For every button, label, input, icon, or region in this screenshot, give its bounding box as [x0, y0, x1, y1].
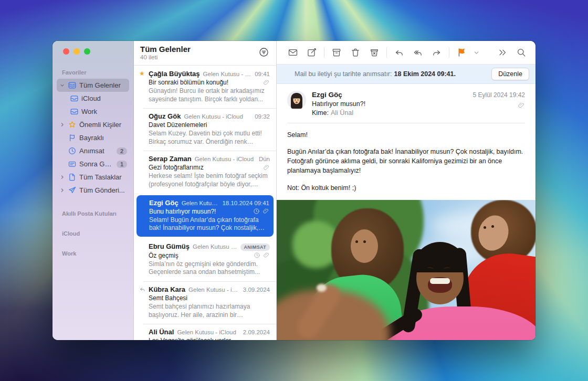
- message-body: Selam! Bugün Anılar’da çıkan fotoğrafa b…: [277, 123, 536, 200]
- sender: Çağla Büyüktaş: [149, 70, 200, 78]
- vip-star-icon: ★: [139, 70, 147, 103]
- chevron-down-icon[interactable]: [59, 83, 65, 88]
- message-list: Tüm Gelenler 40 ileti ★ Çağla BüyüktaşGe…: [134, 41, 277, 340]
- sidebar-item-label: Work: [81, 108, 127, 115]
- delete-button[interactable]: [346, 45, 364, 60]
- sidebar-item-label: Önemli Kişiler: [79, 121, 127, 129]
- reminder-banner: Mail bu iletiyi şu tarihte anımsatır: 18…: [277, 65, 536, 84]
- message-row[interactable]: Serap ZamanGelen Kutusu - iCloudDün Gezi…: [134, 151, 276, 193]
- message-count: 40 ileti: [140, 54, 257, 60]
- sender-avatar[interactable]: [287, 91, 306, 110]
- sidebar-item-remind-me[interactable]: Anımsat 2: [57, 144, 129, 157]
- smart-mailboxes-section-header[interactable]: Akıllı Posta Kutuları: [52, 210, 133, 217]
- message-subject: Hatırlıyor musun?!: [312, 100, 467, 108]
- send-later-icon: [68, 160, 77, 168]
- chevron-right-icon[interactable]: [59, 175, 65, 179]
- body-paragraph: Selam!: [287, 130, 525, 140]
- more-toolbar-items-button[interactable]: [494, 45, 511, 60]
- time: Dün: [259, 156, 270, 162]
- reminder-date: 18 Ekim 2024 09:41.: [394, 70, 456, 78]
- flag-button[interactable]: [453, 45, 470, 60]
- paperclip-icon: [263, 252, 270, 259]
- filter-button[interactable]: [257, 47, 270, 59]
- time: 18.10.2024 09:41: [222, 200, 269, 206]
- get-mail-button[interactable]: [284, 45, 302, 60]
- edit-reminder-button[interactable]: Düzenle: [491, 68, 529, 80]
- sidebar-item-all-inboxes[interactable]: Tüm Gelenler: [57, 79, 129, 92]
- search-button[interactable]: [512, 45, 530, 60]
- double-chevron-right-icon: [497, 47, 508, 58]
- mailbox-label: Gelen Kutusu - iCloud: [195, 156, 256, 162]
- archive-button[interactable]: [328, 45, 345, 60]
- flag-menu-button[interactable]: [471, 45, 481, 60]
- unread-badge: 2: [117, 147, 127, 155]
- trash-icon: [350, 47, 361, 58]
- sidebar-item-label: Sonra Gön...: [79, 160, 114, 168]
- sidebar-item-label: Tüm Taslaklar: [79, 173, 127, 181]
- message-row-selected[interactable]: Ezgi GöçGelen Kutusu...18.10.2024 09:41 …: [136, 195, 274, 237]
- chevron-right-icon[interactable]: [59, 122, 65, 127]
- reply-all-button[interactable]: [409, 45, 427, 60]
- recipient-line: Kime:Ali Ünal: [312, 109, 467, 117]
- attachment-indicator: [473, 102, 525, 109]
- inbox-tray-icon: [70, 107, 79, 116]
- paperplane-icon: [68, 186, 77, 195]
- subject: Öz geçmiş: [149, 252, 251, 259]
- sidebar-item-work-inbox[interactable]: Work: [57, 105, 129, 118]
- compose-button[interactable]: [303, 45, 321, 60]
- message-row[interactable]: Ebru GümüşGelen Kutusu - iCl...ANIMSAT Ö…: [134, 238, 276, 281]
- desktop-wallpaper: Favoriler Tüm Gelenler iCloud Work: [0, 0, 588, 381]
- flag-icon: [456, 47, 467, 58]
- junk-button[interactable]: [365, 45, 383, 60]
- reply-button[interactable]: [390, 45, 408, 60]
- close-button[interactable]: [63, 48, 69, 55]
- message-row[interactable]: Ali ÜnalGelen Kutusu - iCloud2.09.2024 L…: [134, 324, 276, 340]
- sidebar-item-all-sent[interactable]: Tüm Gönderi...: [57, 184, 129, 197]
- mailbox-label: Gelen Kutusu...: [182, 200, 219, 206]
- subject: Las Vegas'ta görülecek yerler: [149, 337, 270, 340]
- mailbox-label: Gelen Kutusu - iCl...: [203, 71, 252, 77]
- filter-icon: [258, 47, 269, 58]
- preview: Semt bahçesi planımızı hazırlamaya başlı…: [149, 303, 270, 319]
- subject: Semt Bahçesi: [149, 294, 270, 302]
- replied-arrow-icon: [139, 285, 147, 319]
- sender: Ebru Gümüş: [149, 242, 190, 250]
- paperclip-icon: [518, 102, 525, 109]
- message-header: Ezgi Göç Hatırlıyor musun?! Kime:Ali Üna…: [277, 84, 536, 117]
- memoji-avatar-image: [287, 91, 306, 110]
- zoom-button[interactable]: [84, 48, 90, 55]
- paperclip-icon: [263, 79, 270, 86]
- sidebar-item-send-later[interactable]: Sonra Gön... 1: [57, 157, 129, 171]
- sidebar-item-label: Anımsat: [79, 147, 114, 155]
- message-row[interactable]: ★ Çağla BüyüktaşGelen Kutusu - iCl...09:…: [134, 66, 276, 108]
- to-label: Kime:: [312, 109, 329, 117]
- reply-icon: [394, 47, 404, 58]
- forward-button[interactable]: [428, 45, 446, 60]
- message-row[interactable]: Oğuz GökGelen Kutusu - iCloud09:32 Davet…: [134, 108, 276, 151]
- sidebar-item-flagged[interactable]: Bayraklı: [57, 131, 129, 144]
- mail-window: Favoriler Tüm Gelenler iCloud Work: [52, 41, 536, 340]
- message-row[interactable]: Kübra KaraGelen Kutusu - iCl...3.09.2024…: [134, 281, 276, 324]
- icloud-section-header[interactable]: iCloud: [52, 230, 133, 237]
- sidebar-item-icloud-inbox[interactable]: iCloud: [57, 92, 129, 105]
- sidebar-item-label: iCloud: [81, 94, 127, 102]
- search-icon: [516, 47, 527, 58]
- window-controls: [52, 48, 133, 55]
- minimize-button[interactable]: [74, 48, 80, 55]
- mailbox-title: Tüm Gelenler: [140, 45, 257, 54]
- sidebar-item-vips[interactable]: Önemli Kişiler: [57, 118, 129, 131]
- archive-icon: [331, 47, 342, 58]
- sidebar: Favoriler Tüm Gelenler iCloud Work: [52, 41, 134, 340]
- junk-icon: [369, 47, 380, 58]
- time: 09:32: [255, 113, 270, 120]
- reminder-label: Mail bu iletiyi şu tarihte anımsatır:: [295, 70, 392, 78]
- flag-icon: [68, 133, 77, 142]
- sidebar-item-all-drafts[interactable]: Tüm Taslaklar: [57, 171, 129, 184]
- work-section-header[interactable]: Work: [52, 250, 133, 257]
- chevron-right-icon[interactable]: [59, 188, 65, 193]
- subject: Davet Düzenlemeleri: [149, 121, 270, 129]
- subject: Bir sonraki bölümün konuğu!: [149, 79, 260, 86]
- attachment-photo[interactable]: [277, 200, 536, 340]
- left-friend-face: [351, 229, 378, 263]
- time: 2.09.2024: [243, 329, 270, 335]
